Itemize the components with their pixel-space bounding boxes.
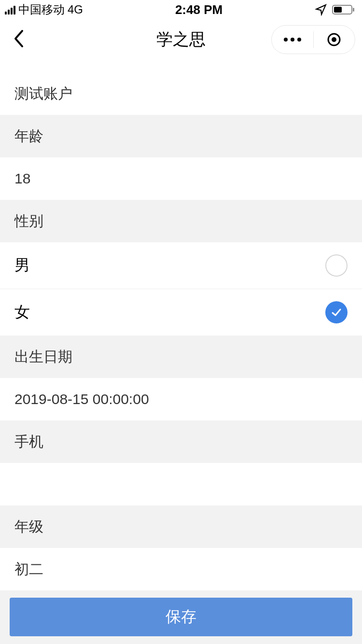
save-button-label: 保存 bbox=[166, 606, 196, 628]
status-left: 中国移动 4G bbox=[5, 2, 83, 17]
svg-point-5 bbox=[297, 38, 301, 42]
account-value[interactable]: 测试账户 bbox=[0, 72, 362, 115]
grade-value-row[interactable]: 初二 bbox=[0, 548, 362, 590]
age-value-row[interactable]: 18 bbox=[0, 157, 362, 200]
phone-label: 手机 bbox=[14, 432, 43, 452]
radio-selected-icon bbox=[325, 301, 348, 323]
svg-rect-2 bbox=[353, 8, 354, 12]
svg-rect-1 bbox=[334, 7, 342, 13]
location-icon bbox=[315, 3, 327, 16]
back-button[interactable] bbox=[13, 29, 24, 50]
grade-label: 年级 bbox=[14, 517, 43, 537]
svg-point-4 bbox=[291, 38, 294, 42]
status-right bbox=[315, 3, 355, 16]
birth-label: 出生日期 bbox=[14, 347, 72, 367]
mini-program-capsule bbox=[271, 25, 355, 54]
status-time: 2:48 PM bbox=[175, 2, 223, 17]
svg-point-7 bbox=[332, 37, 336, 42]
birth-value-row[interactable]: 2019-08-15 00:00:00 bbox=[0, 378, 362, 420]
truncated-previous-row bbox=[0, 60, 362, 72]
age-value: 18 bbox=[14, 170, 30, 187]
status-bar: 中国移动 4G 2:48 PM bbox=[0, 0, 362, 19]
battery-icon bbox=[332, 4, 355, 15]
gender-option-female[interactable]: 女 bbox=[0, 289, 362, 336]
svg-point-3 bbox=[284, 38, 288, 42]
network-label: 4G bbox=[68, 3, 83, 16]
page-title: 学之思 bbox=[156, 28, 206, 51]
gender-option-male[interactable]: 男 bbox=[0, 242, 362, 289]
gender-male-label: 男 bbox=[14, 255, 30, 276]
grade-label-row: 年级 bbox=[0, 505, 362, 548]
phone-value-row[interactable] bbox=[0, 463, 362, 505]
form-content[interactable]: 测试账户 年龄 18 性别 男 女 出生日期 2019-08-15 00:00:… bbox=[0, 60, 362, 644]
account-value-text: 测试账户 bbox=[14, 84, 72, 104]
title-bar: 学之思 bbox=[0, 19, 362, 60]
gender-label-row: 性别 bbox=[0, 200, 362, 242]
age-label: 年龄 bbox=[14, 126, 43, 146]
gender-female-label: 女 bbox=[14, 302, 30, 323]
grade-value: 初二 bbox=[14, 560, 43, 579]
birth-label-row: 出生日期 bbox=[0, 336, 362, 378]
radio-icon bbox=[325, 254, 348, 277]
birth-value: 2019-08-15 00:00:00 bbox=[14, 391, 149, 407]
phone-label-row: 手机 bbox=[0, 420, 362, 463]
carrier-label: 中国移动 bbox=[18, 2, 65, 17]
save-button[interactable]: 保存 bbox=[10, 598, 352, 636]
capsule-menu-button[interactable] bbox=[272, 26, 313, 54]
gender-label: 性别 bbox=[14, 211, 43, 231]
capsule-close-button[interactable] bbox=[314, 26, 355, 54]
signal-icon bbox=[5, 5, 15, 14]
save-bar: 保存 bbox=[0, 591, 362, 644]
age-label-row: 年龄 bbox=[0, 115, 362, 157]
